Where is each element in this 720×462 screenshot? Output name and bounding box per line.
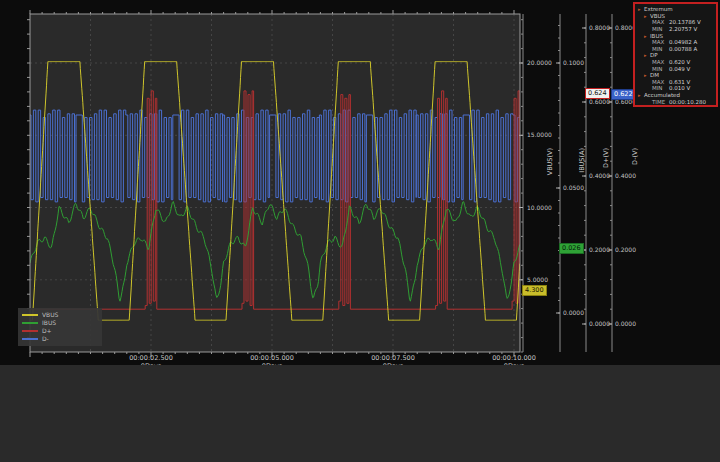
tree-value-row: MAX0.04982 A — [637, 39, 715, 46]
axis-tick-label: 0.0000 — [589, 320, 610, 327]
tree-value-row: MIN0.049 V — [637, 65, 715, 72]
axis-value-badge: 4.300 — [522, 285, 547, 296]
stat-key: MIN — [652, 26, 669, 32]
legend-label: IBUS — [42, 319, 56, 327]
legend-item: IBUS — [22, 319, 98, 327]
chart-legend: VBUSIBUSD+D- — [18, 308, 102, 346]
stat-key: MAX — [652, 59, 669, 65]
axis-value-badge: 0.026 — [559, 243, 584, 254]
axis-tick-label: 0.1000 — [563, 59, 584, 66]
stat-key: MAX — [652, 39, 669, 45]
stat-key: MIN — [652, 66, 669, 72]
axis-title: D-(V) — [631, 148, 639, 165]
stat-key: TIME — [652, 99, 669, 105]
stat-value: 0.010 V — [669, 85, 690, 91]
control-strip: Recording conditions Sampling Rate: 10ks… — [0, 365, 720, 462]
stat-key: MAX — [652, 19, 669, 25]
legend-item: D- — [22, 335, 98, 343]
axis-tick-label: 20.0000 — [527, 59, 552, 66]
waveform-chart-area: 20.000015.000010.00005.0000VBUS(V)4.3000… — [0, 0, 720, 365]
legend-color-line — [22, 314, 38, 316]
tree-group-row[interactable]: ▸Extremum — [637, 6, 715, 13]
tree-group-row[interactable]: ▸IBUS — [637, 32, 715, 39]
tree-group-name: Extremum — [644, 6, 673, 12]
stat-value: 0.00788 A — [669, 46, 697, 52]
tree-group-name: VBUS — [650, 13, 665, 19]
stat-value: 20.13786 V — [669, 19, 701, 25]
axis-tick-label: 0.0500 — [563, 184, 584, 191]
tree-value-row: TIME00:00:10.280 — [637, 98, 715, 105]
extremum-info-panel: ▸Extremum▸VBUSMAX20.13786 VMIN2.20757 V▸… — [633, 2, 718, 107]
tree-value-row: MIN0.00788 A — [637, 46, 715, 53]
legend-label: D+ — [42, 327, 52, 335]
tree-group-row[interactable]: ▸VBUS — [637, 13, 715, 20]
legend-item: VBUS — [22, 311, 98, 319]
legend-color-line — [22, 322, 38, 324]
tree-group-name: Accumulated — [644, 92, 680, 98]
tree-group-name: DP — [650, 52, 658, 58]
axis-tick-label: 15.0000 — [527, 131, 552, 138]
stat-value: 0.620 V — [669, 59, 690, 65]
axis-tick-label: 0.0000 — [563, 309, 584, 316]
stat-key: MIN — [652, 46, 669, 52]
stat-value: 0.631 V — [669, 79, 690, 85]
tree-group-row[interactable]: ▸Accumulated — [637, 92, 715, 99]
stat-key: MAX — [652, 79, 669, 85]
tree-value-row: MIN0.010 V — [637, 85, 715, 92]
stat-value: 00:00:10.280 — [669, 99, 706, 105]
legend-label: VBUS — [42, 311, 58, 319]
stat-key: MIN — [652, 85, 669, 91]
stat-value: 0.049 V — [669, 66, 690, 72]
waveform-plot[interactable] — [0, 0, 720, 365]
axis-tick-label: 0.4000 — [615, 172, 636, 179]
tree-value-row: MAX0.631 V — [637, 79, 715, 86]
stat-value: 2.20757 V — [669, 26, 697, 32]
axis-value-badge: 0.622 — [611, 89, 636, 100]
tree-group-name: IBUS — [650, 33, 663, 39]
axis-title: VBUS(V) — [546, 148, 554, 175]
axis-title: D+(V) — [602, 148, 610, 168]
axis-tick-label: 0.2000 — [615, 246, 636, 253]
axis-tick-label: 10.0000 — [527, 204, 552, 211]
axis-title: IBUS(A) — [578, 148, 586, 173]
tree-group-row[interactable]: ▸DM — [637, 72, 715, 79]
legend-color-line — [22, 338, 38, 340]
tree-group-name: DM — [650, 72, 659, 78]
axis-tick-label: 0.0000 — [615, 320, 636, 327]
axis-tick-label: 0.4000 — [589, 172, 610, 179]
legend-color-line — [22, 330, 38, 332]
tree-group-row[interactable]: ▸DP — [637, 52, 715, 59]
axis-tick-label: 0.8000 — [589, 24, 610, 31]
axis-value-badge: 0.624 — [585, 88, 610, 99]
legend-item: D+ — [22, 327, 98, 335]
tree-value-row: MAX20.13786 V — [637, 19, 715, 26]
axis-tick-label: 5.0000 — [527, 276, 548, 283]
axis-tick-label: 0.2000 — [589, 246, 610, 253]
usb-power-analyzer-window: 20.000015.000010.00005.0000VBUS(V)4.3000… — [0, 0, 720, 462]
tree-value-row: MAX0.620 V — [637, 59, 715, 66]
stat-value: 0.04982 A — [669, 39, 697, 45]
tree-value-row: MIN2.20757 V — [637, 26, 715, 33]
legend-label: D- — [42, 335, 49, 343]
